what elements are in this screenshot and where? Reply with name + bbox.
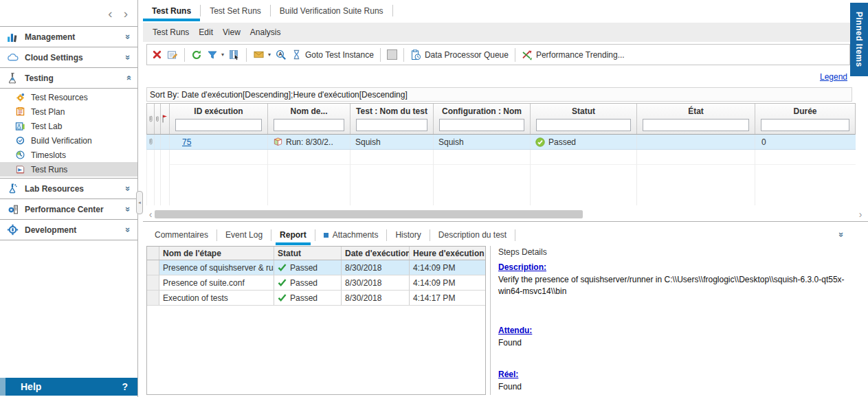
menu-analysis[interactable]: Analysis	[250, 27, 281, 37]
tab-separator	[392, 5, 393, 16]
column-id-execution[interactable]: ID exécution	[170, 104, 268, 134]
scroll-left-icon[interactable]: ‹	[146, 209, 155, 219]
tab-event-log[interactable]: Event Log	[217, 225, 271, 245]
column-linked[interactable]	[155, 104, 161, 134]
step-status-text: Passed	[290, 293, 318, 303]
scroll-right-icon[interactable]: ›	[856, 209, 865, 219]
col-step-date[interactable]: Date d'exécution	[342, 247, 410, 260]
tab-report[interactable]: Report	[271, 225, 315, 245]
filter-input-duree[interactable]	[761, 119, 849, 131]
help-bar[interactable]: Help ?	[0, 378, 137, 396]
tab-label: Build Verification Suite Runs	[280, 6, 383, 16]
column-attachment[interactable]	[147, 104, 155, 134]
menu-view[interactable]: View	[223, 27, 241, 37]
column-statut[interactable]: Statut	[531, 104, 637, 134]
scrollbar-track[interactable]	[155, 210, 856, 218]
report-step-row[interactable]: Execution of tests Passed 8/30/2018 4:14…	[147, 291, 485, 306]
tab-history[interactable]: History	[387, 225, 429, 245]
sidebar-item-test-resources[interactable]: Test Resources	[0, 90, 137, 104]
tab-attachments[interactable]: Attachments	[315, 225, 387, 245]
column-follow-flag[interactable]	[161, 104, 170, 134]
testing-sub-list: Test Resources Test Plan Test Lab Build …	[0, 88, 137, 178]
column-test-name[interactable]: Test : Nom du test	[350, 104, 434, 134]
col-step-time[interactable]: Heure d'exécution	[410, 247, 485, 260]
pinned-items-tab[interactable]: Pinned Items	[850, 3, 868, 76]
nav-forward-icon[interactable]: ›	[124, 7, 128, 20]
menu-edit[interactable]: Edit	[199, 27, 213, 37]
sidebar-section-cloud-settings[interactable]: Cloud Settings »	[0, 47, 137, 67]
sidebar-section-development[interactable]: Development »	[0, 219, 137, 240]
tab-build-verification-suite-runs[interactable]: Build Verification Suite Runs	[271, 0, 392, 21]
column-nom[interactable]: Nom de...	[268, 104, 350, 134]
filter-input-configuration[interactable]	[439, 119, 524, 131]
build-verification-icon	[15, 135, 25, 146]
sidebar-section-testing[interactable]: Testing »	[0, 67, 137, 88]
row-selector-cell[interactable]	[147, 291, 159, 305]
select-columns-button[interactable]	[229, 49, 240, 60]
filter-button[interactable]: ▾	[207, 49, 224, 60]
tab-commentaires[interactable]: Commentaires	[146, 225, 216, 245]
tab-label: Description du test	[438, 230, 507, 240]
find-button[interactable]: A	[276, 49, 287, 60]
filter-input-statut[interactable]	[536, 119, 631, 131]
chevron-double-down-icon: »	[124, 34, 133, 39]
delete-button[interactable]	[152, 49, 162, 60]
collapse-panel-chevron-icon[interactable]: »	[837, 232, 846, 237]
nav-back-icon[interactable]: ‹	[108, 7, 112, 20]
filter-input-test-name[interactable]	[356, 119, 427, 131]
menu-test-runs[interactable]: Test Runs	[153, 27, 189, 37]
goto-test-instance-button[interactable]: Goto Test Instance	[291, 49, 374, 60]
run-id-link[interactable]: 75	[182, 137, 191, 147]
dev-gear-icon	[7, 224, 19, 236]
tab-label: Event Log	[225, 230, 263, 240]
row-selector-header	[147, 247, 159, 260]
row-selector-cell[interactable]	[147, 260, 159, 275]
column-etat[interactable]: État	[637, 104, 755, 134]
sidebar-section-lab-resources[interactable]: Lab Resources »	[0, 178, 137, 198]
actual-link[interactable]: Réel:	[498, 370, 518, 379]
performance-trending-label: Performance Trending...	[536, 50, 625, 60]
tab-test-set-runs[interactable]: Test Set Runs	[201, 0, 270, 21]
scrollbar-thumb[interactable]	[155, 210, 583, 218]
sidebar-item-test-runs[interactable]: Test Runs	[0, 162, 137, 177]
filter-input-etat[interactable]	[643, 119, 749, 131]
column-configuration[interactable]: Configuration : Nom	[434, 104, 531, 134]
sidebar-item-test-lab[interactable]: Test Lab	[0, 119, 137, 133]
tab-description-du-test[interactable]: Description du test	[430, 225, 515, 245]
filter-input-nom[interactable]	[274, 119, 344, 131]
sidebar-collapse-handle[interactable]: ◂	[136, 191, 143, 214]
toolbar-separator	[403, 48, 404, 62]
col-step-name[interactable]: Nom de l'étape	[159, 247, 274, 260]
row-attachment-cell	[147, 135, 155, 149]
filter-input-id-execution[interactable]	[175, 119, 262, 131]
report-step-row[interactable]: Presence of squishserver & runne Passed …	[147, 260, 485, 275]
sidebar-item-label: Test Lab	[31, 122, 62, 131]
sidebar-section-performance-center[interactable]: Performance Center »	[0, 198, 137, 219]
refresh-button[interactable]	[191, 49, 202, 60]
run-details-button[interactable]	[167, 49, 178, 60]
column-duree[interactable]: Durée	[755, 104, 855, 134]
expected-link[interactable]: Attendu:	[498, 326, 532, 335]
row-test-name-cell: Squish	[350, 135, 434, 149]
report-table-header: Nom de l'étape Statut Date d'exécution H…	[147, 247, 485, 260]
test-run-row[interactable]: 75 Run: 8/30/2.. Squish Squish Passed 0	[146, 135, 856, 150]
sidebar-section-management[interactable]: Management »	[0, 26, 137, 47]
description-link[interactable]: Description:	[498, 262, 546, 272]
data-processor-queue-button[interactable]: Data Processor Queue	[410, 49, 509, 60]
row-selector-cell[interactable]	[147, 275, 159, 290]
section-label: Management	[25, 32, 126, 42]
grid-view-toggle-button[interactable]	[387, 49, 397, 60]
performance-trending-button[interactable]: Performance Trending...	[522, 49, 625, 60]
report-step-row[interactable]: Presence of suite.conf Passed 8/30/2018 …	[147, 275, 485, 291]
svg-text:A: A	[278, 51, 282, 57]
toolbar-separator	[380, 48, 381, 62]
grid-header: ID exécution Nom de... Test : Nom du tes…	[146, 103, 856, 135]
send-mail-button[interactable]: ▾	[253, 49, 271, 60]
step-time-text: 4:14:09 PM	[413, 263, 455, 273]
sidebar-item-build-verification[interactable]: Build Verification	[0, 133, 137, 148]
sidebar-item-timeslots[interactable]: Timeslots	[0, 148, 137, 162]
tab-test-runs[interactable]: Test Runs	[143, 0, 200, 21]
legend-link[interactable]: Legend	[820, 72, 847, 82]
col-step-status[interactable]: Statut	[274, 247, 342, 260]
sidebar-item-test-plan[interactable]: Test Plan	[0, 104, 137, 119]
